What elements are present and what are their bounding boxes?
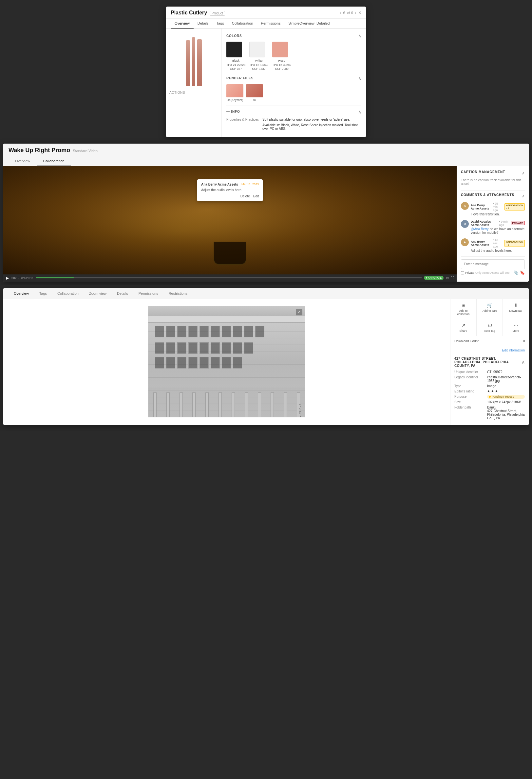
panel1-close-btn[interactable]: ×	[358, 10, 361, 16]
color-name-rose: RoseTPX 12-39282CCP 7989	[272, 59, 291, 71]
annotation-popup: Ana Berry Acme Assets Mar 11, 2023 Adjus…	[197, 179, 263, 201]
nav-current: 6	[343, 11, 345, 15]
more-btn[interactable]: ⋯ More	[503, 319, 529, 336]
tab-overview[interactable]: Overview	[171, 19, 194, 28]
color-swatch-black	[226, 42, 242, 57]
panel3-tab-collaboration[interactable]: Collaboration	[52, 288, 84, 299]
video-controls: ▶ 0:02 / 8:13:0:11 ● ANNOTATE 1x ⛶	[3, 275, 457, 282]
share-label: Share	[459, 329, 467, 333]
building-facade	[148, 306, 305, 417]
tab-permissions[interactable]: Permissions	[257, 19, 285, 28]
color-item-black: BlackTPX 21-22223CCP 367	[226, 42, 245, 71]
tab-simple-overview[interactable]: SimpleOverview_Detailed	[284, 19, 333, 28]
video-total-time: 8:13:0:11	[21, 277, 34, 280]
panel2-title-area: Wake Up Right Promo Standard Video	[8, 147, 524, 154]
panel1-left-panel: ACTIONS	[166, 28, 222, 137]
download-count-value: 0	[523, 339, 525, 343]
private-checkbox-label[interactable]: Private Only Acme Assets will see	[461, 271, 510, 275]
p3-location-title: 427 CHESTNUT STREET, PHILADELPHIA, PHILA…	[454, 357, 522, 367]
panel3-tab-overview[interactable]: Overview	[8, 288, 34, 299]
panel3-tab-zoom[interactable]: Zoom view	[84, 288, 112, 299]
emoji-icon[interactable]: 🔖	[520, 271, 525, 275]
panel3-tab-permissions[interactable]: Permissions	[133, 288, 163, 299]
video-progress-fill	[36, 277, 74, 278]
annotate-btn[interactable]: ● ANNOTATE	[424, 276, 444, 280]
comment-text-3: Adjust the audio levels here.	[471, 249, 525, 252]
panel1-tabs: Overview Details Tags Collaboration Perm…	[166, 19, 366, 28]
auto-tag-btn[interactable]: 🏷 Auto-tag	[477, 319, 503, 336]
attachment-icon[interactable]: 📎	[514, 271, 519, 275]
comment-meta-3: Ana Berry Acme Assets • 43 sec ago ANNOT…	[471, 238, 525, 248]
add-to-collection-btn[interactable]: ⊞ Add to collection	[451, 299, 476, 319]
panel2-tab-collaboration[interactable]: Collaboration	[37, 157, 71, 166]
video-progress-bar[interactable]	[36, 277, 422, 278]
available-label	[226, 123, 262, 130]
video-quality[interactable]: 1x	[446, 277, 449, 280]
comment-badge-private: PRIVATE	[511, 221, 525, 225]
colors-section-header: COLORS ∧	[226, 33, 361, 38]
info-available-row: Available in: Black, White, Rose Shore i…	[226, 123, 361, 130]
share-btn[interactable]: ↗ Share	[451, 319, 476, 336]
nav-next-btn[interactable]: ›	[355, 11, 356, 15]
knife-icon	[192, 37, 195, 86]
unique-id-label: Unique identifier	[454, 370, 487, 374]
comment-body-2: David Rosales Acme Assets • 9 min ago PR…	[471, 220, 525, 234]
info-toggle-btn[interactable]: ∧	[358, 109, 361, 114]
actions-label: ACTIONS	[170, 89, 218, 96]
render-thumb-img-2k	[226, 84, 244, 97]
editors-rating-row: Editor's rating ★ ★ ★	[454, 390, 525, 393]
comment-mention-link[interactable]: @Ana Berry	[471, 227, 489, 231]
render-files-toggle-btn[interactable]: ∧	[358, 76, 361, 81]
panel2-header: Wake Up Right Promo Standard Video Overv…	[3, 143, 529, 166]
cutlery-image	[170, 34, 218, 86]
colors-toggle-btn[interactable]: ∧	[358, 33, 361, 38]
panel1-right-panel: COLORS ∧ BlackTPX 21-22223CCP 367 WhiteT…	[222, 28, 366, 137]
caption-toggle-btn[interactable]: ∧	[522, 171, 525, 175]
purpose-value: Pending Process	[487, 395, 525, 399]
panel3-tab-details[interactable]: Details	[112, 288, 133, 299]
edit-info-link[interactable]: Edit information	[451, 347, 529, 353]
comment-badge-annotation-3: ANNOTATION - 2	[505, 240, 525, 247]
render-files-section: RENDER FILES ∧ 2k (Keyshot) 8k	[226, 76, 361, 102]
play-btn[interactable]: ▶	[6, 276, 9, 280]
image-expand-btn[interactable]: ⤢	[296, 309, 303, 315]
panel3-tab-tags[interactable]: Tags	[34, 288, 52, 299]
tab-collaboration[interactable]: Collaboration	[228, 19, 257, 28]
render-thumb-img-8k	[246, 84, 263, 97]
comment-item-1: A Ana Berry Acme Assets • 25 min ago ANN…	[461, 202, 525, 216]
nav-prev-btn[interactable]: ‹	[340, 11, 341, 15]
annotation-text: Adjust the audio levels here.	[201, 188, 259, 192]
more-label: More	[512, 329, 519, 333]
location-toggle-btn[interactable]: ∧	[522, 359, 525, 365]
pending-text: Pending Process	[492, 395, 514, 398]
star-1: ★	[487, 390, 490, 393]
size-row: Size 1024px × 742px 318KB	[454, 400, 525, 404]
panel1-header: Plastic Cutlery Product ‹ 6 of 6 › ×	[166, 7, 366, 19]
comment-body-3: Ana Berry Acme Assets • 43 sec ago ANNOT…	[471, 238, 525, 252]
color-item-white: WhiteTPX 12-13349CCP 1337	[249, 42, 268, 71]
add-to-cart-btn[interactable]: 🛒 Add to cart	[477, 299, 503, 319]
p3-actions-grid: ⊞ Add to collection 🛒 Add to cart ⬇ Down…	[451, 299, 529, 336]
panel3-tab-restrictions[interactable]: Restrictions	[163, 288, 193, 299]
fullscreen-btn[interactable]: ⛶	[451, 276, 454, 280]
comment-input[interactable]	[461, 259, 525, 269]
annotation-edit-btn[interactable]: Edit	[253, 194, 259, 198]
tab-details[interactable]: Details	[194, 19, 213, 28]
render-files-title: RENDER FILES	[226, 76, 254, 80]
download-label: Download	[509, 309, 522, 312]
comments-toggle-btn[interactable]: ∧	[522, 194, 525, 198]
panel2-sidebar: CAPTION MANAGEMENT ∧ There is no caption…	[457, 166, 529, 282]
comment-user-2: David Rosales Acme Assets	[471, 220, 497, 227]
panel2-body: Ana Berry Acme Assets Mar 11, 2023 Adjus…	[3, 166, 529, 282]
legacy-id-label: Legacy identifier	[454, 375, 487, 382]
tab-tags[interactable]: Tags	[212, 19, 228, 28]
p3-meta: Download Count 0	[451, 336, 529, 347]
private-checkbox[interactable]	[461, 271, 464, 275]
panel2-tabs: Overview Collaboration	[8, 157, 524, 166]
annotation-delete-btn[interactable]: Delete	[241, 194, 250, 198]
comment-input-area: Private Only Acme Assets will see 📎 🔖	[461, 256, 525, 275]
panel1-product-detail: Plastic Cutlery Product ‹ 6 of 6 › × Ove…	[166, 7, 366, 137]
size-value: 1024px × 742px 318KB	[487, 400, 525, 404]
download-btn[interactable]: ⬇ Download	[503, 299, 529, 319]
panel2-tab-overview[interactable]: Overview	[8, 157, 37, 166]
